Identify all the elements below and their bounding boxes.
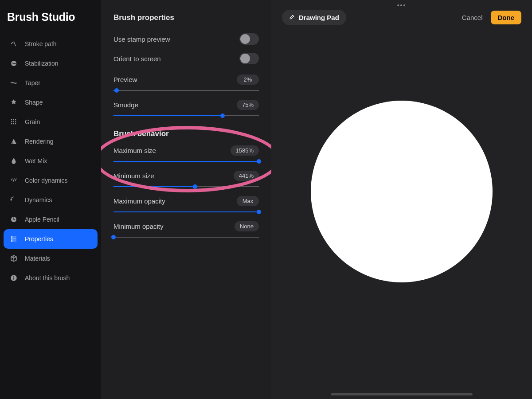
svg-rect-2 bbox=[13, 119, 14, 120]
sidebar-item-stroke-path[interactable]: Stroke path bbox=[4, 34, 98, 54]
sidebar-item-materials[interactable]: Materials bbox=[4, 249, 98, 268]
toggle-label: Orient to screen bbox=[113, 55, 161, 63]
sidebar-item-label: Dynamics bbox=[25, 196, 52, 203]
sidebar-item-color-dynamics[interactable]: Color dynamics bbox=[4, 171, 98, 190]
sidebar-item-grain[interactable]: Grain bbox=[4, 112, 98, 132]
toggle-use-stamp-preview[interactable] bbox=[239, 33, 259, 45]
section-heading-properties: Brush properties bbox=[113, 13, 259, 22]
sidebar-item-apple-pencil[interactable]: Apple Pencil bbox=[4, 210, 98, 229]
toggle-orient-to-screen[interactable] bbox=[239, 53, 259, 64]
brush-preview-circle bbox=[311, 101, 493, 282]
slider-value[interactable]: 75% bbox=[237, 100, 259, 110]
properties-icon bbox=[10, 235, 18, 243]
materials-icon bbox=[10, 254, 18, 262]
sidebar-item-label: Apple Pencil bbox=[25, 216, 59, 223]
slider-preview: Preview 2% bbox=[113, 74, 259, 94]
row-orient-to-screen: Orient to screen bbox=[113, 49, 259, 68]
stroke-path-icon bbox=[10, 40, 18, 48]
properties-panel: Brush properties Use stamp preview Orien… bbox=[101, 0, 271, 399]
sidebar-item-stabilization[interactable]: Stabilization bbox=[4, 54, 98, 73]
sidebar-item-properties[interactable]: Properties bbox=[4, 229, 98, 249]
slider-label: Minimum size bbox=[113, 172, 154, 180]
dynamics-icon bbox=[10, 196, 18, 204]
svg-rect-15 bbox=[13, 278, 14, 280]
slider-track-smudge[interactable] bbox=[113, 113, 259, 119]
done-button[interactable]: Done bbox=[491, 11, 522, 24]
svg-rect-9 bbox=[15, 123, 16, 124]
stabilization-icon bbox=[10, 59, 18, 67]
sidebar-item-label: Taper bbox=[25, 79, 40, 86]
sidebar-item-taper[interactable]: Taper bbox=[4, 73, 98, 93]
drawing-pad-label: Drawing Pad bbox=[299, 14, 339, 21]
slider-label: Preview bbox=[113, 76, 137, 83]
sidebar-item-shape[interactable]: Shape bbox=[4, 93, 98, 112]
slider-label: Maximum size bbox=[113, 147, 156, 154]
row-use-stamp-preview: Use stamp preview bbox=[113, 29, 259, 49]
svg-rect-6 bbox=[15, 121, 16, 122]
sidebar-item-label: Properties bbox=[25, 235, 53, 243]
slider-track-min-opacity[interactable] bbox=[113, 234, 259, 240]
slider-max-size: Maximum size 1585% bbox=[113, 145, 259, 164]
slider-value[interactable]: Max bbox=[237, 196, 259, 206]
svg-rect-8 bbox=[13, 123, 14, 124]
shape-icon bbox=[10, 98, 18, 106]
slider-value[interactable]: 2% bbox=[237, 74, 259, 85]
sidebar-item-label: Stroke path bbox=[25, 40, 57, 47]
slider-max-opacity: Maximum opacity Max bbox=[113, 196, 259, 215]
slider-min-opacity: Minimum opacity None bbox=[113, 221, 259, 240]
canvas-area: ••• Drawing Pad Cancel Done bbox=[271, 0, 532, 399]
apple-pencil-icon bbox=[10, 215, 18, 223]
slider-track-max-size[interactable] bbox=[113, 158, 259, 164]
sidebar-item-about[interactable]: About this brush bbox=[4, 268, 98, 288]
svg-point-16 bbox=[13, 276, 14, 277]
slider-value[interactable]: None bbox=[235, 221, 259, 231]
slider-value[interactable]: 441% bbox=[234, 171, 259, 181]
svg-point-13 bbox=[12, 241, 12, 242]
slider-label: Minimum opacity bbox=[113, 223, 164, 230]
slider-label: Maximum opacity bbox=[113, 197, 165, 205]
info-icon bbox=[10, 274, 18, 282]
slider-track-min-size[interactable] bbox=[113, 184, 259, 190]
cancel-button[interactable]: Cancel bbox=[462, 14, 483, 21]
svg-rect-4 bbox=[11, 121, 12, 122]
sidebar-item-label: Wet Mix bbox=[25, 157, 47, 164]
sidebar: Brush Studio Stroke path Stabilization T… bbox=[0, 0, 101, 399]
slider-label: Smudge bbox=[113, 101, 138, 109]
grain-icon bbox=[10, 118, 18, 126]
drawing-pad-button[interactable]: Drawing Pad bbox=[282, 10, 346, 25]
taper-icon bbox=[10, 79, 18, 87]
app-title: Brush Studio bbox=[4, 6, 98, 34]
sidebar-item-label: Shape bbox=[25, 99, 43, 106]
edit-icon bbox=[289, 14, 295, 21]
slider-track-max-opacity[interactable] bbox=[113, 209, 259, 215]
sidebar-item-wet-mix[interactable]: Wet Mix bbox=[4, 151, 98, 171]
slider-value[interactable]: 1585% bbox=[231, 145, 259, 156]
svg-rect-1 bbox=[11, 119, 12, 120]
svg-point-12 bbox=[12, 239, 12, 239]
sidebar-item-label: About this brush bbox=[25, 274, 70, 282]
color-dynamics-icon bbox=[10, 176, 18, 184]
sidebar-item-label: Grain bbox=[25, 118, 40, 125]
svg-rect-5 bbox=[13, 121, 14, 122]
sidebar-item-label: Color dynamics bbox=[25, 177, 67, 184]
wet-mix-icon bbox=[10, 157, 18, 165]
sidebar-item-label: Stabilization bbox=[25, 60, 59, 67]
toggle-label: Use stamp preview bbox=[113, 35, 170, 43]
slider-min-size: Minimum size 441% bbox=[113, 171, 259, 190]
svg-point-11 bbox=[12, 237, 12, 238]
home-indicator[interactable] bbox=[331, 393, 473, 395]
sidebar-item-label: Rendering bbox=[25, 138, 54, 145]
sidebar-item-label: Materials bbox=[25, 255, 50, 262]
more-menu-icon[interactable]: ••• bbox=[397, 2, 407, 9]
svg-rect-3 bbox=[15, 119, 16, 120]
slider-smudge: Smudge 75% bbox=[113, 100, 259, 119]
rendering-icon bbox=[10, 137, 18, 145]
slider-track-preview[interactable] bbox=[113, 87, 259, 94]
sidebar-item-dynamics[interactable]: Dynamics bbox=[4, 190, 98, 210]
sidebar-item-rendering[interactable]: Rendering bbox=[4, 132, 98, 151]
svg-rect-7 bbox=[11, 123, 12, 124]
section-heading-behavior: Brush behavior bbox=[113, 129, 259, 138]
